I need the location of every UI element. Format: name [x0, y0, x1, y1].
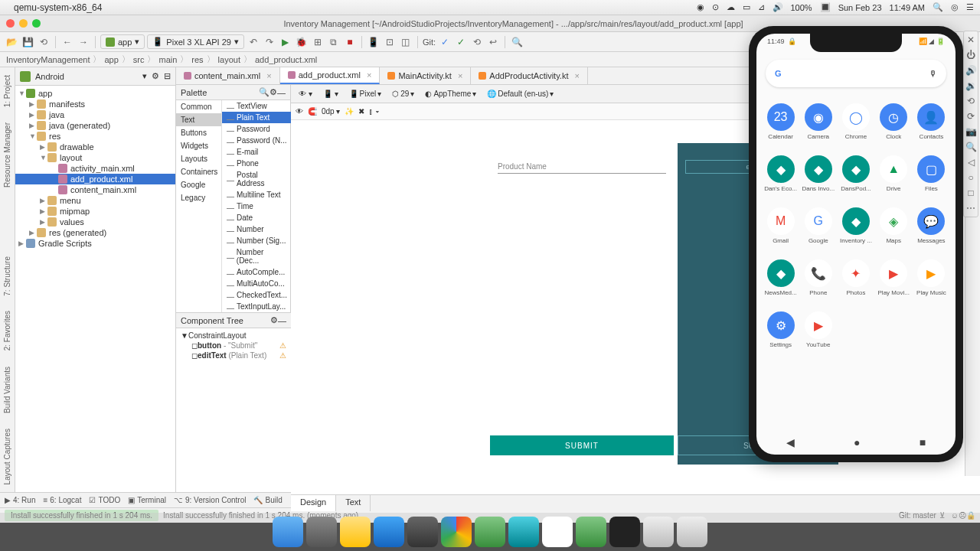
- open-icon[interactable]: 📂: [5, 35, 18, 49]
- editor-tab[interactable]: MainActivity.kt ×: [380, 67, 471, 84]
- maximize-icon[interactable]: [32, 19, 41, 28]
- palette-item[interactable]: Time: [222, 201, 292, 212]
- emulator-app[interactable]: ◆Dan's Eco...: [763, 148, 799, 199]
- magnet-icon[interactable]: 🧲: [308, 107, 317, 116]
- palette-item[interactable]: AutoComple...: [222, 266, 292, 278]
- preview-edittext[interactable]: Product Name: [498, 160, 666, 174]
- menubar-date[interactable]: Sun Feb 23: [838, 3, 882, 12]
- default-margin-dropdown[interactable]: 0dp ▾: [322, 107, 340, 116]
- editor-tab[interactable]: content_main.xml ×: [176, 67, 280, 84]
- menubar-time[interactable]: 11:49 AM: [890, 3, 925, 12]
- tree-item[interactable]: ▶mipmap: [15, 206, 175, 217]
- breadcrumb-item[interactable]: add_product.xml: [253, 55, 318, 64]
- tab-terminal[interactable]: ▣ Terminal: [128, 496, 166, 504]
- wand-icon[interactable]: ✨: [345, 107, 354, 116]
- dock-appstore-icon[interactable]: [374, 517, 404, 547]
- palette-item[interactable]: Password (N...: [222, 135, 292, 146]
- emulator-app[interactable]: ▶YouTube: [800, 305, 836, 355]
- emulator-search-bar[interactable]: G 🎙: [766, 60, 946, 87]
- palette-item[interactable]: Date: [222, 212, 292, 223]
- run-config-dropdown[interactable]: app▾: [100, 34, 145, 49]
- more-icon[interactable]: ⋯: [966, 203, 975, 214]
- rotate-right-icon[interactable]: ⟳: [967, 111, 975, 122]
- volume-icon[interactable]: 🔊: [773, 2, 783, 12]
- dock-quicktime-icon[interactable]: [508, 517, 539, 547]
- menu-icon[interactable]: ☰: [966, 2, 974, 12]
- palette-item[interactable]: Phone: [222, 158, 292, 169]
- tab-run[interactable]: ▶ 4: Run: [5, 496, 35, 504]
- dock-textedit-icon[interactable]: [542, 517, 573, 547]
- breadcrumb-item[interactable]: res: [190, 55, 204, 64]
- dock-chrome-icon[interactable]: [441, 517, 472, 547]
- palette-category[interactable]: Widgets: [176, 139, 221, 152]
- device-preview[interactable]: Product Name SUBMIT: [490, 143, 674, 465]
- palette-item[interactable]: Postal Address: [222, 169, 292, 189]
- orientation-dropdown[interactable]: 📱 ▾: [320, 88, 341, 99]
- tree-item[interactable]: ▶drawable: [15, 142, 175, 152]
- dock-emulator-icon[interactable]: [576, 517, 606, 547]
- emulator-screen[interactable]: 11:49🔒 📶 ◢ 🔋 G 🎙 23Calendar◉Camera◯Chrom…: [756, 34, 956, 455]
- save-icon[interactable]: 💾: [21, 35, 34, 49]
- preview-submit-button[interactable]: SUBMIT: [490, 435, 674, 455]
- siri-icon[interactable]: ◎: [951, 2, 959, 12]
- nav-home-icon[interactable]: ●: [854, 436, 860, 448]
- emulator-app[interactable]: 💬Messages: [913, 201, 949, 251]
- dock-androidstudio-icon[interactable]: [475, 517, 505, 547]
- breadcrumb-item[interactable]: InventoryManagement: [5, 55, 91, 64]
- tab-captures[interactable]: Layout Captures: [2, 421, 13, 492]
- tree-item[interactable]: add_product.xml: [15, 174, 175, 184]
- emulator-app[interactable]: ◉Camera: [800, 96, 836, 147]
- gear-icon[interactable]: ⚙: [270, 87, 277, 97]
- emulator-app[interactable]: ▶Play Movi...: [876, 253, 912, 303]
- tab-logcat[interactable]: ≡ 6: Logcat: [43, 496, 81, 504]
- dock-launchpad-icon[interactable]: [306, 517, 337, 547]
- dock-trash-icon[interactable]: [677, 517, 707, 547]
- breadcrumb-item[interactable]: src: [132, 55, 146, 64]
- tab-build-variants[interactable]: Build Variants: [2, 359, 13, 421]
- assistant-icon[interactable]: 🎙: [929, 69, 937, 78]
- sdk-icon[interactable]: ⊡: [383, 35, 397, 49]
- clear-icon[interactable]: ✖: [358, 107, 364, 116]
- eye-icon[interactable]: 👁: [296, 107, 303, 116]
- tree-item[interactable]: ▶Gradle Scripts: [15, 238, 175, 249]
- home-icon[interactable]: ○: [968, 172, 973, 183]
- tree-item[interactable]: ▶java: [15, 109, 175, 120]
- minimize-icon[interactable]: [19, 19, 28, 28]
- camera-icon[interactable]: 📷: [965, 126, 977, 137]
- palette-category[interactable]: Text: [176, 113, 221, 126]
- locale-dropdown[interactable]: 🌐 Default (en-us) ▾: [484, 88, 557, 99]
- palette-item[interactable]: TextView: [222, 100, 292, 112]
- emulator-app[interactable]: ▢Files: [913, 148, 949, 199]
- ctree-item[interactable]: ◻ editText (Plain Text)⚠: [181, 350, 286, 360]
- power-icon[interactable]: ⏻: [966, 50, 975, 60]
- tree-item[interactable]: ▶res (generated): [15, 227, 175, 238]
- collapse-icon[interactable]: ⊟: [164, 71, 171, 81]
- tab-design[interactable]: Design: [291, 495, 336, 511]
- git-history-icon[interactable]: ⟲: [470, 35, 484, 49]
- debug-icon[interactable]: 🐞: [295, 35, 309, 49]
- tree-item[interactable]: ▶values: [15, 217, 175, 227]
- close-icon[interactable]: [6, 19, 15, 28]
- ctree-item[interactable]: ◻ button - "Submit"⚠: [181, 341, 286, 350]
- tree-item[interactable]: ▼layout: [15, 152, 175, 163]
- palette-category[interactable]: Legacy: [176, 191, 221, 204]
- menubar-icon[interactable]: ▭: [743, 2, 750, 12]
- palette-item[interactable]: Plain Text: [222, 112, 292, 123]
- emulator-app[interactable]: ✦Photos: [838, 253, 874, 303]
- device-dropdown[interactable]: 📱Pixel 3 XL API 29▾: [147, 34, 244, 49]
- dock-notes-icon[interactable]: [340, 517, 371, 547]
- tab-project[interactable]: 1: Project: [2, 67, 13, 115]
- tab-text[interactable]: Text: [336, 495, 371, 511]
- emulator-app[interactable]: ◯Chrome: [838, 96, 874, 147]
- gear-icon[interactable]: ⚙: [152, 71, 159, 81]
- dock-settings-icon[interactable]: [407, 517, 438, 547]
- gear-icon[interactable]: ⚙: [270, 315, 278, 325]
- emulator-app[interactable]: 📞Phone: [800, 253, 836, 303]
- collapse-icon[interactable]: —: [278, 316, 286, 325]
- emulator-app[interactable]: MGmail: [763, 201, 799, 251]
- tab-todo[interactable]: ☑ TODO: [89, 496, 120, 504]
- tab-structure[interactable]: 7: Structure: [2, 249, 13, 304]
- dock-folder-icon[interactable]: [643, 517, 674, 547]
- wifi-icon[interactable]: ⊿: [758, 2, 765, 12]
- forward-icon[interactable]: →: [77, 35, 90, 49]
